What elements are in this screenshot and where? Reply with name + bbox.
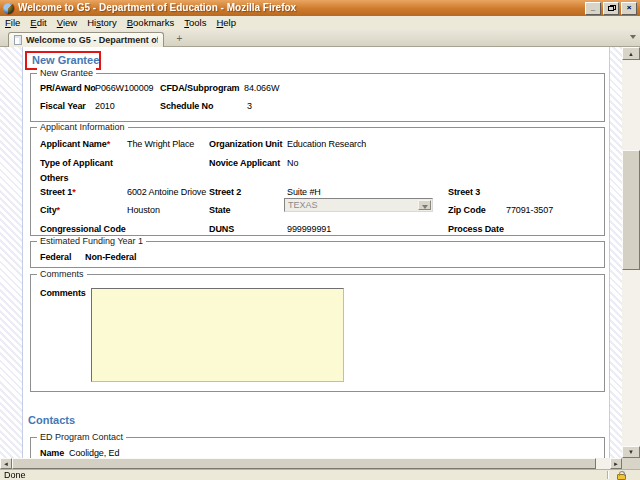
state-select[interactable]: TEXAS xyxy=(284,198,433,212)
zip-code-value: 77091-3507 xyxy=(506,205,553,215)
applicant-name-label: Applicant Name* xyxy=(40,139,110,149)
statusbar: Done xyxy=(0,469,640,480)
required-marker: * xyxy=(72,187,75,197)
menubar: File Edit View History Bookmarks Tools H… xyxy=(0,16,640,30)
restore-icon xyxy=(608,6,614,11)
menu-bookmarks[interactable]: Bookmarks xyxy=(122,16,180,30)
city-value: Houston xyxy=(127,205,160,215)
cfda-label: CFDA/Subprogram xyxy=(160,83,240,93)
contacts-link[interactable]: Contacts xyxy=(28,414,75,426)
congressional-code-label: Congressional Code xyxy=(40,224,126,234)
street2-label: Street 2 xyxy=(209,187,241,197)
federal-label: Federal xyxy=(40,252,71,262)
organization-unit-label: Organization Unit xyxy=(209,139,282,149)
statusbar-divider xyxy=(607,471,608,479)
vertical-scrollbar[interactable]: ▲ ▼ xyxy=(622,47,640,458)
fieldset-comments: Comments Comments xyxy=(30,274,605,392)
menu-file[interactable]: File xyxy=(0,16,25,30)
applicant-name-value: The Wright Place xyxy=(127,139,194,149)
zip-code-label: Zip Code xyxy=(448,205,486,215)
fieldset-legend: ED Program Contact xyxy=(37,432,126,442)
required-marker: * xyxy=(57,205,60,215)
firefox-window: Welcome to G5 - Department of Education … xyxy=(0,0,640,480)
scroll-up-icon[interactable]: ▲ xyxy=(622,47,640,60)
scrollbar-corner xyxy=(622,458,640,469)
fieldset-estimated-funding: Estimated Funding Year 1 Federal Non-Fed… xyxy=(30,241,605,268)
organization-unit-value: Education Research xyxy=(287,139,366,149)
tab-welcome-to-g5[interactable]: Welcome to G5 - Department of Edu... xyxy=(8,32,164,47)
process-date-label: Process Date xyxy=(448,224,504,234)
fieldset-new-grantee: New Grantee PR/Award No P066W100009 CFDA… xyxy=(30,73,605,122)
fieldset-legend: New Grantee xyxy=(37,68,96,78)
city-label: City* xyxy=(40,205,60,215)
others-label: Others xyxy=(40,173,68,183)
novice-applicant-label: Novice Applicant xyxy=(209,158,280,168)
titlebar[interactable]: Welcome to G5 - Department of Education … xyxy=(0,0,640,16)
fieldset-legend: Comments xyxy=(37,269,87,279)
minimize-button[interactable]: _ xyxy=(585,2,601,15)
contact-name-value: Coolidge, Ed xyxy=(69,448,119,458)
pr-award-value: P066W100009 xyxy=(95,83,153,93)
contact-name-label: Name xyxy=(40,448,64,458)
close-button[interactable]: × xyxy=(621,2,637,15)
pr-award-label: PR/Award No xyxy=(40,83,96,93)
window-controls: _ × xyxy=(585,2,637,15)
fieldset-legend: Estimated Funding Year 1 xyxy=(37,236,146,246)
cfda-value: 84.066W xyxy=(244,83,279,93)
non-federal-label: Non-Federal xyxy=(85,252,136,262)
page-viewport: New Grantee New Grantee PR/Award No P066… xyxy=(0,47,622,458)
scroll-right-icon[interactable]: ► xyxy=(610,458,622,469)
menu-help[interactable]: Help xyxy=(211,16,241,30)
menu-view[interactable]: View xyxy=(52,16,82,30)
required-marker: * xyxy=(107,139,110,149)
new-tab-button[interactable]: + xyxy=(172,34,187,45)
state-label: State xyxy=(209,205,231,215)
fiscal-year-value: 2010 xyxy=(95,101,115,111)
fiscal-year-label: Fiscal Year xyxy=(40,101,86,111)
lock-icon[interactable] xyxy=(617,474,626,480)
comments-label: Comments xyxy=(40,288,86,298)
restore-button[interactable] xyxy=(603,2,619,15)
schedule-no-label: Schedule No xyxy=(160,101,213,111)
scroll-down-icon[interactable]: ▼ xyxy=(622,446,640,458)
street1-value: 6002 Antoine Driove xyxy=(127,187,206,197)
window-title: Welcome to G5 - Department of Education … xyxy=(18,0,585,16)
tabbar: Welcome to G5 - Department of Edu... + xyxy=(0,30,640,47)
duns-label: DUNS xyxy=(209,224,234,234)
street2-value: Suite #H xyxy=(287,187,321,197)
duns-value: 999999991 xyxy=(287,224,331,234)
tab-title: Welcome to G5 - Department of Edu... xyxy=(26,35,158,45)
menu-edit[interactable]: Edit xyxy=(25,16,51,30)
list-all-tabs-icon[interactable] xyxy=(630,35,636,39)
type-of-applicant-label: Type of Applicant xyxy=(40,158,113,168)
fieldset-legend: Applicant Information xyxy=(37,122,128,132)
firefox-icon xyxy=(3,3,14,14)
street1-label: Street 1* xyxy=(40,187,76,197)
menu-tools[interactable]: Tools xyxy=(179,16,211,30)
page-icon xyxy=(14,35,22,45)
fieldset-applicant-information: Applicant Information Applicant Name* Th… xyxy=(30,127,605,236)
horizontal-scrollbar-thumb[interactable] xyxy=(12,458,596,469)
fieldset-ed-program-contact: ED Program Contact Name Coolidge, Ed xyxy=(30,437,605,458)
horizontal-scrollbar[interactable]: ◄ ► xyxy=(0,458,622,469)
chevron-down-icon[interactable] xyxy=(418,200,431,210)
schedule-no-value: 3 xyxy=(247,101,252,111)
novice-applicant-value: No xyxy=(287,158,298,168)
scroll-left-icon[interactable]: ◄ xyxy=(0,458,12,469)
vertical-scrollbar-thumb[interactable] xyxy=(622,150,640,270)
menu-history[interactable]: History xyxy=(82,16,122,30)
comments-textarea[interactable] xyxy=(91,288,344,382)
state-select-value: TEXAS xyxy=(288,200,318,210)
status-text: Done xyxy=(4,470,26,480)
street3-label: Street 3 xyxy=(448,187,480,197)
